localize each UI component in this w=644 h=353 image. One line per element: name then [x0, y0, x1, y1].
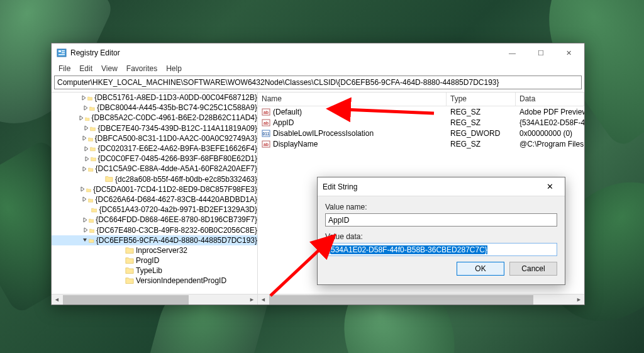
tree-item-label: {DBFCA500-8C31-11D0-AA2C-00A0C92749A3} — [95, 134, 257, 143]
tree-scrollbar-h[interactable]: ◄ ► — [52, 294, 257, 305]
value-data-input[interactable]: {534A1E02-D58F-44f0-B58B-36CBED287C7C} — [325, 243, 557, 256]
tree-item[interactable]: VersionIndependentProgID — [52, 276, 257, 286]
menu-view[interactable]: View — [97, 64, 122, 74]
expand-icon[interactable] — [82, 237, 88, 244]
regedit-icon — [57, 48, 67, 58]
scroll-left-icon[interactable]: ◄ — [258, 294, 269, 305]
list-row[interactable]: abAppIDREG_SZ{534A1E02-D58F-44f — [258, 117, 584, 128]
tree-item[interactable]: ProgID — [52, 255, 257, 266]
col-name[interactable]: Name — [258, 92, 447, 106]
expand-icon[interactable] — [79, 114, 84, 121]
col-type[interactable]: Type — [447, 92, 516, 106]
col-data[interactable]: Data — [516, 92, 584, 106]
dialog-titlebar[interactable]: Edit String ✕ — [318, 177, 565, 196]
expand-icon[interactable] — [117, 247, 125, 254]
menu-favorites[interactable]: Favorites — [122, 64, 162, 74]
ok-button[interactable]: OK — [457, 262, 504, 276]
menu-file[interactable]: File — [54, 64, 75, 74]
value-type: REG_SZ — [447, 118, 516, 127]
folder-icon — [125, 277, 134, 284]
tree-body[interactable]: {DBC51761-A8ED-11D3-A0DD-00C04F68712B}{D… — [52, 92, 257, 294]
maximize-button[interactable]: ☐ — [526, 43, 555, 62]
expand-icon[interactable] — [86, 206, 91, 213]
expand-icon[interactable] — [81, 94, 87, 101]
expand-icon[interactable] — [82, 216, 88, 223]
expand-icon[interactable] — [84, 155, 90, 162]
expand-icon[interactable] — [84, 125, 89, 132]
expand-icon[interactable] — [82, 196, 87, 203]
scroll-right-icon[interactable]: ► — [247, 294, 257, 305]
list-header: Name Type Data — [258, 92, 584, 106]
value-name: AppID — [273, 118, 294, 127]
tree-item-label: TypeLib — [136, 266, 162, 275]
value-name: (Default) — [273, 108, 302, 116]
tree-item-label: {DBC51761-A8ED-11D3-A0DD-00C04F68712B} — [94, 93, 257, 102]
tree-item[interactable]: {DC651A43-0720-4a2b-9971-BD2EF1329A3D} — [52, 205, 257, 215]
expand-icon[interactable] — [82, 135, 87, 142]
expand-icon[interactable] — [80, 186, 86, 193]
cancel-button[interactable]: Cancel — [509, 262, 557, 276]
folder-icon — [125, 247, 134, 254]
tree-item-label: InprocServer32 — [136, 246, 187, 255]
value-data: {534A1E02-D58F-44f — [516, 118, 584, 127]
svg-rect-2 — [62, 50, 65, 52]
tree-item[interactable]: {DC1C5A9C-E88A-4dde-A5A1-60F82A20AEF7} — [52, 164, 257, 174]
close-button[interactable]: ✕ — [555, 43, 583, 62]
tree-item[interactable]: {dc28a608-b55f-46ff-b0db-e2c85b332463} — [52, 174, 257, 184]
folder-icon — [91, 155, 96, 162]
menu-help[interactable]: Help — [162, 64, 186, 74]
expand-icon[interactable] — [83, 104, 89, 111]
tree-item-label: {DC020317-E6E2-4A62-B9FA-B3EFE16626F4} — [98, 144, 258, 153]
minimize-button[interactable]: — — [498, 43, 526, 62]
folder-icon — [87, 94, 92, 101]
folder-icon — [88, 165, 93, 172]
value-data-text: {534A1E02-D58F-44f0-B58B-36CBED287C7C} — [328, 245, 487, 254]
tree-item[interactable]: {DC6EFB56-9CFA-464D-8880-44885D7DC193} — [52, 235, 257, 245]
tree-item-label: {DC6EFB56-9CFA-464D-8880-44885D7DC193} — [96, 236, 257, 245]
tree-item[interactable]: InprocServer32 — [52, 245, 257, 255]
expand-icon[interactable] — [117, 257, 125, 264]
tree-item-label: {DBC85A2C-C0DC-4961-B6E2-D28B62C11AD4} — [92, 113, 257, 122]
menu-edit[interactable]: Edit — [75, 64, 97, 74]
dialog-title: Edit String — [323, 182, 540, 191]
svg-rect-4 — [58, 54, 65, 55]
tree-item[interactable]: {DC020317-E6E2-4A62-B9FA-B3EFE16626F4} — [52, 143, 257, 154]
tree-item[interactable]: {DBCE7E40-7345-439D-B12C-114A11819A09} — [52, 123, 257, 133]
tree-item[interactable]: {DBC85A2C-C0DC-4961-B6E2-D28B62C11AD4} — [52, 113, 257, 123]
folder-icon — [90, 145, 96, 152]
expand-icon[interactable] — [117, 267, 125, 274]
address-bar[interactable]: Computer\HKEY_LOCAL_MACHINE\SOFTWARE\WOW… — [54, 76, 582, 89]
value-name-input[interactable] — [325, 213, 557, 227]
expand-icon[interactable] — [83, 227, 89, 234]
tree-item[interactable]: {DC664FDD-D868-46EE-8780-8D196CB739F7} — [52, 215, 257, 225]
tree-item-label: {DC5DA001-7CD4-11D2-8ED9-D8C857F98FE3} — [93, 185, 257, 194]
tree-item[interactable]: {DBC80044-A445-435b-BC74-9C25C1C588A9} — [52, 103, 257, 113]
tree-item[interactable]: {DC5DA001-7CD4-11D2-8ED9-D8C857F98FE3} — [52, 184, 257, 194]
tree-item-label: {DC0C0FE7-0485-4266-B93F-68FBF80E62D1} — [98, 154, 257, 163]
value-data: Adobe PDF Preview — [516, 108, 584, 116]
tree-item[interactable]: {DC626A64-D684-4627-83CB-44420ABDBD1A} — [52, 194, 257, 205]
titlebar[interactable]: Registry Editor — ☐ ✕ — [52, 43, 584, 62]
list-row[interactable]: ab(Default)REG_SZAdobe PDF Preview — [258, 106, 584, 117]
expand-icon[interactable] — [82, 165, 87, 172]
value-type: REG_DWORD — [447, 129, 516, 138]
folder-icon — [88, 196, 93, 203]
dialog-close-button[interactable]: ✕ — [540, 178, 560, 196]
scroll-right-icon[interactable]: ► — [574, 294, 584, 305]
expand-icon[interactable] — [97, 176, 104, 183]
tree-item[interactable]: {DC67E480-C3CB-49F8-8232-60B0C2056C8E} — [52, 225, 257, 235]
list-row[interactable]: 011DisableLowILProcessIsolationREG_DWORD… — [258, 128, 584, 138]
svg-text:ab: ab — [264, 121, 269, 125]
tree-item[interactable]: {DC0C0FE7-0485-4266-B93F-68FBF80E62D1} — [52, 154, 257, 164]
expand-icon[interactable] — [84, 145, 89, 152]
list-row[interactable]: abDisplayNameREG_SZ@C:\Program Files (x — [258, 138, 584, 149]
list-scrollbar-h[interactable]: ◄ ► — [258, 294, 584, 305]
folder-icon — [85, 114, 90, 121]
scroll-left-icon[interactable]: ◄ — [52, 294, 62, 305]
window-title: Registry Editor — [70, 48, 498, 57]
folder-icon — [125, 257, 134, 264]
tree-item[interactable]: TypeLib — [52, 266, 257, 276]
tree-item[interactable]: {DBC51761-A8ED-11D3-A0DD-00C04F68712B} — [52, 92, 257, 103]
tree-item[interactable]: {DBFCA500-8C31-11D0-AA2C-00A0C92749A3} — [52, 133, 257, 143]
expand-icon[interactable] — [117, 277, 125, 284]
